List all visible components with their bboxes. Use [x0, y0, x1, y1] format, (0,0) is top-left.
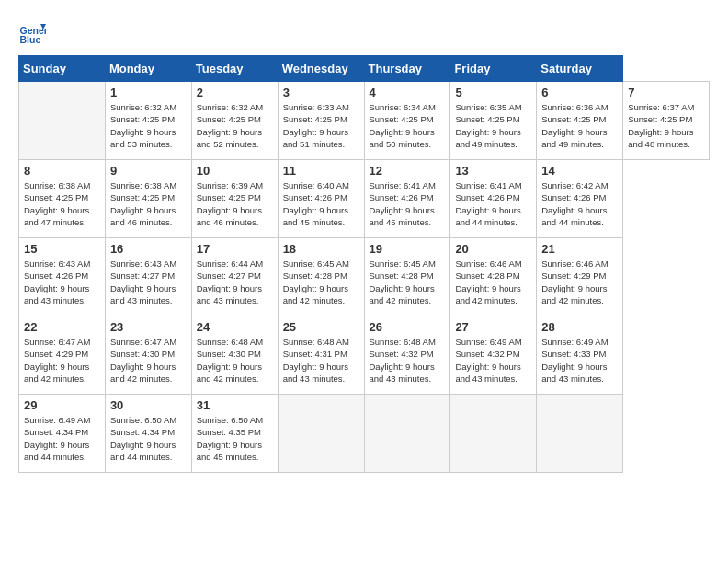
- day-number: 23: [110, 320, 187, 334]
- day-number: 10: [197, 164, 273, 178]
- day-info: Sunrise: 6:33 AM Sunset: 4:25 PM Dayligh…: [283, 101, 359, 150]
- logo: General Blue: [18, 18, 50, 46]
- day-number: 2: [197, 86, 273, 99]
- day-number: 15: [24, 242, 100, 256]
- calendar-cell: 24 Sunrise: 6:48 AM Sunset: 4:30 PM Dayl…: [191, 316, 278, 395]
- calendar-cell: [450, 395, 537, 473]
- calendar-cell: 18 Sunrise: 6:45 AM Sunset: 4:28 PM Dayl…: [278, 238, 364, 316]
- day-number: 20: [455, 242, 531, 256]
- calendar-cell: 29 Sunrise: 6:49 AM Sunset: 4:34 PM Dayl…: [19, 395, 106, 473]
- day-number: 8: [24, 164, 100, 178]
- calendar-header-row: SundayMondayTuesdayWednesdayThursdayFrid…: [19, 56, 710, 82]
- day-info: Sunrise: 6:44 AM Sunset: 4:27 PM Dayligh…: [197, 258, 273, 306]
- calendar-cell: 21 Sunrise: 6:46 AM Sunset: 4:29 PM Dayl…: [537, 238, 623, 316]
- day-number: 24: [197, 320, 273, 334]
- weekday-header-sunday: Sunday: [19, 56, 106, 82]
- day-info: Sunrise: 6:50 AM Sunset: 4:34 PM Dayligh…: [110, 414, 187, 463]
- calendar-cell: 28 Sunrise: 6:49 AM Sunset: 4:33 PM Dayl…: [537, 316, 623, 395]
- day-number: 27: [455, 320, 531, 334]
- calendar-cell: 20 Sunrise: 6:46 AM Sunset: 4:28 PM Dayl…: [450, 238, 537, 316]
- weekday-header-wednesday: Wednesday: [278, 56, 364, 82]
- calendar-cell: [364, 395, 450, 473]
- day-info: Sunrise: 6:41 AM Sunset: 4:26 PM Dayligh…: [455, 179, 531, 228]
- calendar-cell: 8 Sunrise: 6:38 AM Sunset: 4:25 PM Dayli…: [19, 160, 106, 238]
- day-number: 9: [110, 164, 187, 178]
- day-info: Sunrise: 6:49 AM Sunset: 4:34 PM Dayligh…: [24, 414, 100, 463]
- calendar-cell: 27 Sunrise: 6:49 AM Sunset: 4:32 PM Dayl…: [450, 316, 537, 395]
- day-info: Sunrise: 6:34 AM Sunset: 4:25 PM Dayligh…: [370, 101, 446, 150]
- calendar-cell: 16 Sunrise: 6:43 AM Sunset: 4:27 PM Dayl…: [105, 238, 191, 316]
- day-number: 16: [110, 242, 187, 256]
- calendar-cell: 4 Sunrise: 6:34 AM Sunset: 4:25 PM Dayli…: [364, 82, 450, 160]
- day-number: 4: [370, 86, 446, 99]
- calendar-cell: 17 Sunrise: 6:44 AM Sunset: 4:27 PM Dayl…: [191, 238, 278, 316]
- calendar-cell: 15 Sunrise: 6:43 AM Sunset: 4:26 PM Dayl…: [19, 238, 106, 316]
- day-info: Sunrise: 6:45 AM Sunset: 4:28 PM Dayligh…: [283, 258, 359, 306]
- calendar-cell: [537, 395, 623, 473]
- calendar-cell: 9 Sunrise: 6:38 AM Sunset: 4:25 PM Dayli…: [105, 160, 191, 238]
- day-number: 12: [370, 164, 446, 178]
- day-number: 7: [628, 86, 704, 99]
- day-info: Sunrise: 6:49 AM Sunset: 4:33 PM Dayligh…: [541, 336, 618, 385]
- calendar-cell: 7 Sunrise: 6:37 AM Sunset: 4:25 PM Dayli…: [623, 82, 710, 160]
- day-number: 29: [24, 398, 100, 412]
- day-info: Sunrise: 6:42 AM Sunset: 4:26 PM Dayligh…: [541, 179, 618, 228]
- day-number: 3: [283, 86, 359, 99]
- weekday-header-saturday: Saturday: [537, 56, 623, 82]
- day-info: Sunrise: 6:43 AM Sunset: 4:26 PM Dayligh…: [24, 258, 100, 306]
- day-number: 11: [283, 164, 359, 178]
- day-info: Sunrise: 6:38 AM Sunset: 4:25 PM Dayligh…: [110, 179, 187, 228]
- calendar-week-0: 1 Sunrise: 6:32 AM Sunset: 4:25 PM Dayli…: [19, 82, 710, 160]
- day-number: 17: [197, 242, 273, 256]
- day-info: Sunrise: 6:48 AM Sunset: 4:31 PM Dayligh…: [283, 336, 359, 385]
- day-info: Sunrise: 6:32 AM Sunset: 4:25 PM Dayligh…: [110, 101, 187, 150]
- day-info: Sunrise: 6:47 AM Sunset: 4:30 PM Dayligh…: [110, 336, 187, 385]
- day-number: 14: [541, 164, 618, 178]
- day-info: Sunrise: 6:35 AM Sunset: 4:25 PM Dayligh…: [455, 101, 531, 150]
- weekday-header-tuesday: Tuesday: [191, 56, 278, 82]
- calendar-cell: 1 Sunrise: 6:32 AM Sunset: 4:25 PM Dayli…: [105, 82, 191, 160]
- day-info: Sunrise: 6:46 AM Sunset: 4:29 PM Dayligh…: [541, 258, 618, 306]
- day-info: Sunrise: 6:36 AM Sunset: 4:25 PM Dayligh…: [541, 101, 618, 150]
- calendar-cell: [19, 82, 106, 160]
- day-number: 30: [110, 398, 187, 412]
- day-number: 22: [24, 320, 100, 334]
- day-info: Sunrise: 6:48 AM Sunset: 4:30 PM Dayligh…: [197, 336, 273, 385]
- day-info: Sunrise: 6:45 AM Sunset: 4:28 PM Dayligh…: [370, 258, 446, 306]
- day-info: Sunrise: 6:46 AM Sunset: 4:28 PM Dayligh…: [455, 258, 531, 306]
- day-number: 28: [541, 320, 618, 334]
- svg-text:Blue: Blue: [20, 34, 41, 45]
- day-number: 26: [370, 320, 446, 334]
- day-info: Sunrise: 6:47 AM Sunset: 4:29 PM Dayligh…: [24, 336, 100, 385]
- calendar-week-1: 8 Sunrise: 6:38 AM Sunset: 4:25 PM Dayli…: [19, 160, 710, 238]
- calendar-cell: 31 Sunrise: 6:50 AM Sunset: 4:35 PM Dayl…: [191, 395, 278, 473]
- day-info: Sunrise: 6:41 AM Sunset: 4:26 PM Dayligh…: [370, 179, 446, 228]
- day-info: Sunrise: 6:50 AM Sunset: 4:35 PM Dayligh…: [197, 414, 273, 463]
- day-info: Sunrise: 6:40 AM Sunset: 4:26 PM Dayligh…: [283, 179, 359, 228]
- calendar-cell: 3 Sunrise: 6:33 AM Sunset: 4:25 PM Dayli…: [278, 82, 364, 160]
- day-info: Sunrise: 6:48 AM Sunset: 4:32 PM Dayligh…: [370, 336, 446, 385]
- page-header: General Blue: [18, 18, 710, 46]
- day-info: Sunrise: 6:49 AM Sunset: 4:32 PM Dayligh…: [455, 336, 531, 385]
- logo-icon: General Blue: [18, 18, 46, 46]
- day-number: 5: [455, 86, 531, 99]
- calendar-cell: 6 Sunrise: 6:36 AM Sunset: 4:25 PM Dayli…: [537, 82, 623, 160]
- calendar-cell: 13 Sunrise: 6:41 AM Sunset: 4:26 PM Dayl…: [450, 160, 537, 238]
- day-number: 21: [541, 242, 618, 256]
- day-number: 6: [541, 86, 618, 99]
- calendar-cell: 23 Sunrise: 6:47 AM Sunset: 4:30 PM Dayl…: [105, 316, 191, 395]
- calendar-week-3: 22 Sunrise: 6:47 AM Sunset: 4:29 PM Dayl…: [19, 316, 710, 395]
- weekday-header-thursday: Thursday: [364, 56, 450, 82]
- day-info: Sunrise: 6:32 AM Sunset: 4:25 PM Dayligh…: [197, 101, 273, 150]
- day-number: 25: [283, 320, 359, 334]
- calendar-cell: 22 Sunrise: 6:47 AM Sunset: 4:29 PM Dayl…: [19, 316, 106, 395]
- weekday-header-monday: Monday: [105, 56, 191, 82]
- day-number: 18: [283, 242, 359, 256]
- calendar-cell: 10 Sunrise: 6:39 AM Sunset: 4:25 PM Dayl…: [191, 160, 278, 238]
- day-info: Sunrise: 6:39 AM Sunset: 4:25 PM Dayligh…: [197, 179, 273, 228]
- day-info: Sunrise: 6:43 AM Sunset: 4:27 PM Dayligh…: [110, 258, 187, 306]
- day-number: 31: [197, 398, 273, 412]
- calendar-table: SundayMondayTuesdayWednesdayThursdayFrid…: [18, 55, 710, 473]
- day-info: Sunrise: 6:37 AM Sunset: 4:25 PM Dayligh…: [628, 101, 704, 150]
- day-number: 13: [455, 164, 531, 178]
